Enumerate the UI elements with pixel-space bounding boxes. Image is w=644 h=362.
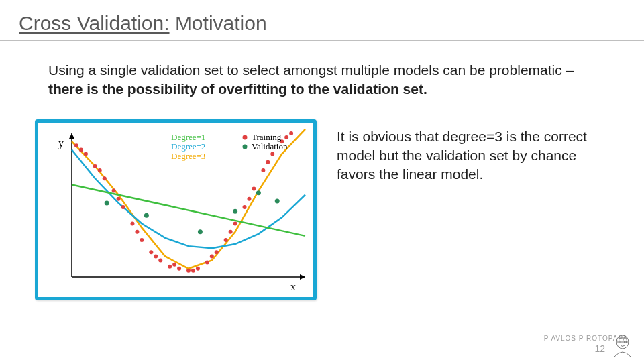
body-text: Using a single validation set to select … [0, 41, 644, 99]
svg-text:Degree=2: Degree=2 [171, 141, 205, 152]
title-underlined: Cross Validation: [19, 12, 170, 34]
svg-point-9 [103, 176, 107, 180]
svg-point-53 [243, 144, 248, 149]
svg-point-26 [261, 168, 265, 172]
svg-point-23 [233, 221, 237, 225]
svg-point-38 [229, 229, 233, 233]
svg-point-21 [215, 250, 219, 254]
figure-caption: It is obvious that degree=3 is the corre… [337, 119, 592, 184]
svg-point-45 [233, 208, 237, 213]
svg-point-22 [224, 238, 228, 242]
svg-point-34 [154, 254, 158, 258]
svg-point-8 [93, 164, 97, 168]
svg-point-27 [270, 152, 274, 156]
svg-point-24 [243, 205, 247, 209]
svg-text:Validation: Validation [252, 141, 288, 152]
svg-point-46 [256, 190, 261, 195]
svg-point-44 [198, 229, 203, 234]
svg-text:y: y [58, 137, 64, 149]
svg-point-17 [177, 266, 181, 270]
svg-point-31 [98, 168, 102, 172]
svg-point-14 [149, 250, 153, 254]
chart-svg: yxDegree=1Degree=2Degree=3TrainingValida… [44, 128, 312, 296]
svg-point-6 [74, 143, 78, 147]
avatar-icon [610, 333, 635, 358]
svg-point-13 [140, 238, 144, 242]
svg-point-10 [112, 188, 116, 192]
svg-point-43 [144, 213, 149, 217]
svg-point-40 [266, 160, 270, 164]
svg-point-16 [168, 264, 172, 268]
svg-text:x: x [290, 281, 296, 292]
svg-point-37 [210, 254, 214, 258]
svg-marker-3 [300, 274, 305, 280]
svg-point-39 [247, 197, 251, 201]
svg-point-35 [172, 262, 176, 266]
svg-point-7 [84, 152, 88, 156]
svg-text:Degree=1: Degree=1 [171, 132, 205, 142]
body-plain: Using a single validation set to select … [48, 62, 574, 78]
svg-point-47 [275, 198, 280, 203]
svg-point-29 [289, 131, 293, 135]
svg-point-32 [117, 197, 121, 201]
svg-point-18 [186, 269, 191, 273]
svg-point-20 [205, 260, 209, 264]
overfit-figure: yxDegree=1Degree=2Degree=3TrainingValida… [35, 119, 317, 300]
svg-point-41 [284, 135, 288, 139]
title-rest: Motivation [170, 12, 267, 34]
svg-point-33 [135, 229, 139, 233]
svg-point-42 [105, 200, 109, 205]
svg-point-51 [243, 135, 248, 139]
svg-point-11 [121, 205, 125, 209]
svg-marker-2 [69, 133, 74, 139]
svg-point-30 [79, 147, 83, 152]
page-title: Cross Validation: Motivation [0, 0, 644, 40]
svg-text:Degree=3: Degree=3 [171, 151, 205, 161]
svg-point-15 [158, 258, 162, 262]
svg-point-19 [196, 266, 200, 270]
svg-point-25 [252, 186, 256, 190]
svg-point-12 [130, 221, 134, 225]
svg-point-36 [191, 269, 195, 273]
body-bold: there is the possibility of overfitting … [48, 81, 427, 97]
svg-text:Training: Training [252, 132, 282, 142]
